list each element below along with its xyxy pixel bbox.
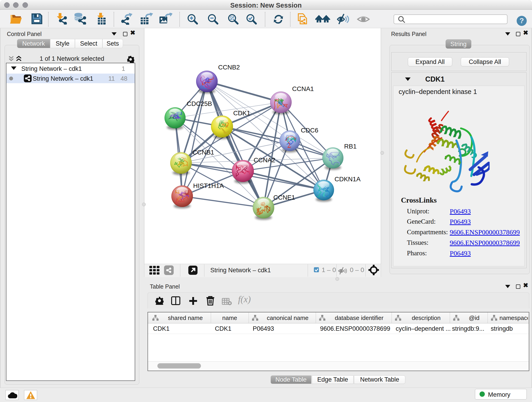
svg-text:CCNE1: CCNE1 [273,194,295,201]
svg-text:RB1: RB1 [344,143,356,150]
svg-text:CCNB1: CCNB1 [192,149,214,156]
svg-text:CDC25B: CDC25B [187,100,212,107]
svg-text:CCNB2: CCNB2 [218,64,240,71]
svg-text:HIST1H1A: HIST1H1A [193,182,224,189]
svg-text:CCNA1: CCNA1 [292,85,314,92]
svg-text:CDK1: CDK1 [233,109,250,117]
svg-text:CDKN1A: CDKN1A [335,176,361,183]
svg-text:CCNA2: CCNA2 [254,157,275,164]
svg-text:?: ? [519,17,524,25]
svg-text:CDC6: CDC6 [301,127,318,134]
